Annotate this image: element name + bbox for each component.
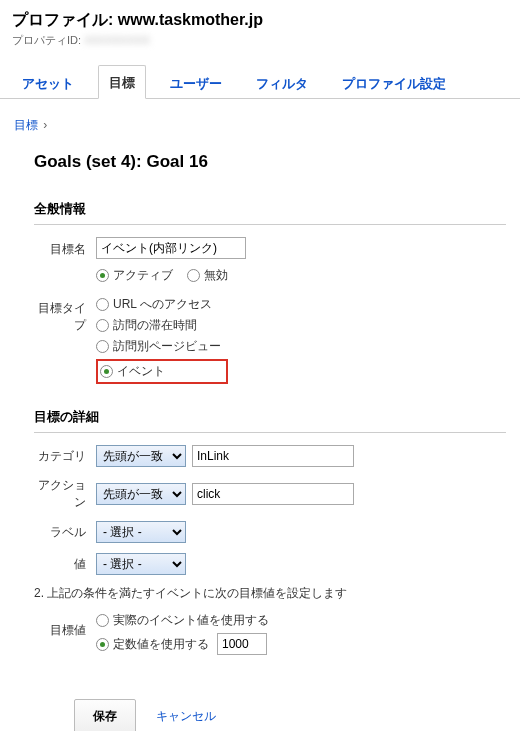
tab-goal[interactable]: 目標 <box>98 65 146 99</box>
radio-type-url[interactable]: URL へのアクセス <box>96 296 506 313</box>
radio-icon <box>96 638 109 651</box>
property-id-value: XXXXXXXXX <box>84 34 150 46</box>
category-input[interactable] <box>192 445 354 467</box>
category-match-select[interactable]: 先頭が一致 <box>96 445 186 467</box>
section-details: 目標の詳細 カテゴリ 先頭が一致 アクション 先頭が一致 ラベル - 選択 - … <box>34 408 506 659</box>
label-label: ラベル <box>34 524 96 541</box>
save-button[interactable]: 保存 <box>74 699 136 731</box>
radio-use-actual-label: 実際のイベント値を使用する <box>113 612 269 629</box>
radio-icon <box>187 269 200 282</box>
property-id: プロパティID: XXXXXXXXX <box>12 33 508 48</box>
action-match-select[interactable]: 先頭が一致 <box>96 483 186 505</box>
radio-icon <box>96 269 109 282</box>
radio-type-event-label: イベント <box>117 363 165 380</box>
section-general: 全般情報 目標名 アクティブ 無効 <box>34 200 506 384</box>
tab-user[interactable]: ユーザー <box>160 67 232 99</box>
radio-use-fixed[interactable]: 定数値を使用する <box>96 633 506 655</box>
breadcrumb-sep: › <box>43 118 47 132</box>
cancel-link[interactable]: キャンセル <box>156 708 216 725</box>
goal-value-label: 目標値 <box>34 612 96 639</box>
radio-type-event[interactable]: イベント <box>100 363 165 380</box>
event-highlight: イベント <box>96 359 228 384</box>
value-label: 値 <box>34 556 96 573</box>
tab-filter[interactable]: フィルタ <box>246 67 318 99</box>
radio-use-fixed-label: 定数値を使用する <box>113 636 209 653</box>
general-title: 全般情報 <box>34 200 506 225</box>
goal-name-label: 目標名 <box>34 237 96 258</box>
radio-type-pageview-label: 訪問別ページビュー <box>113 338 221 355</box>
radio-disabled[interactable]: 無効 <box>187 267 228 284</box>
radio-active-label: アクティブ <box>113 267 173 284</box>
radio-icon <box>96 340 109 353</box>
property-id-label: プロパティID: <box>12 34 81 46</box>
action-label: アクション <box>34 477 96 511</box>
radio-type-url-label: URL へのアクセス <box>113 296 212 313</box>
breadcrumb: 目標 › <box>14 117 506 134</box>
profile-label: プロファイル: <box>12 11 113 28</box>
fixed-value-input[interactable] <box>217 633 267 655</box>
radio-icon <box>96 614 109 627</box>
radio-disabled-label: 無効 <box>204 267 228 284</box>
breadcrumb-goal[interactable]: 目標 <box>14 118 38 132</box>
radio-type-duration-label: 訪問の滞在時間 <box>113 317 197 334</box>
goal-name-input[interactable] <box>96 237 246 259</box>
category-label: カテゴリ <box>34 448 96 465</box>
profile-value: www.taskmother.jp <box>118 11 263 28</box>
value-match-select[interactable]: - 選択 - <box>96 553 186 575</box>
details-title: 目標の詳細 <box>34 408 506 433</box>
action-input[interactable] <box>192 483 354 505</box>
tabs: アセット 目標 ユーザー フィルタ プロファイル設定 <box>0 64 520 99</box>
tab-asset[interactable]: アセット <box>12 67 84 99</box>
radio-use-actual[interactable]: 実際のイベント値を使用する <box>96 612 506 629</box>
radio-icon <box>96 298 109 311</box>
step2-text: 2. 上記の条件を満たすイベントに次の目標値を設定します <box>34 585 506 602</box>
profile-title: プロファイル: www.taskmother.jp <box>12 10 508 31</box>
radio-type-pageview[interactable]: 訪問別ページビュー <box>96 338 506 355</box>
radio-icon <box>96 319 109 332</box>
radio-type-duration[interactable]: 訪問の滞在時間 <box>96 317 506 334</box>
radio-icon <box>100 365 113 378</box>
radio-active[interactable]: アクティブ <box>96 267 173 284</box>
tab-profile-settings[interactable]: プロファイル設定 <box>332 67 456 99</box>
page-title: Goals (set 4): Goal 16 <box>34 152 506 172</box>
label-match-select[interactable]: - 選択 - <box>96 521 186 543</box>
goal-type-label: 目標タイプ <box>34 296 96 334</box>
